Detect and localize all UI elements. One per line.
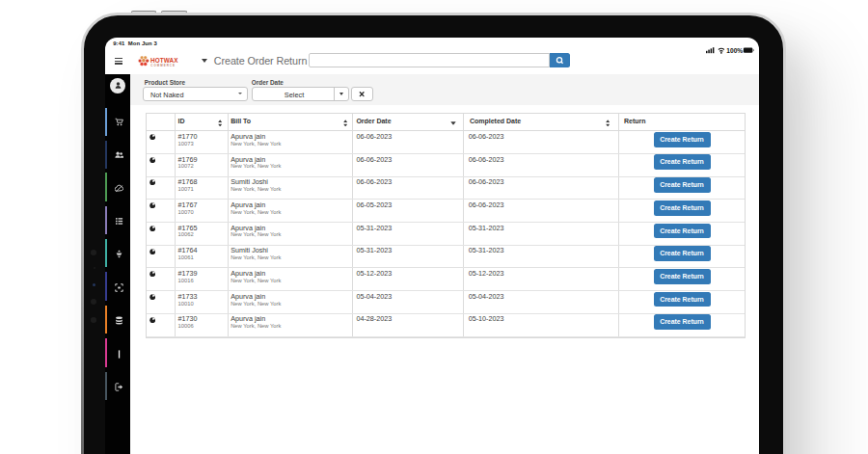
svg-text:100%: 100% (726, 47, 743, 54)
